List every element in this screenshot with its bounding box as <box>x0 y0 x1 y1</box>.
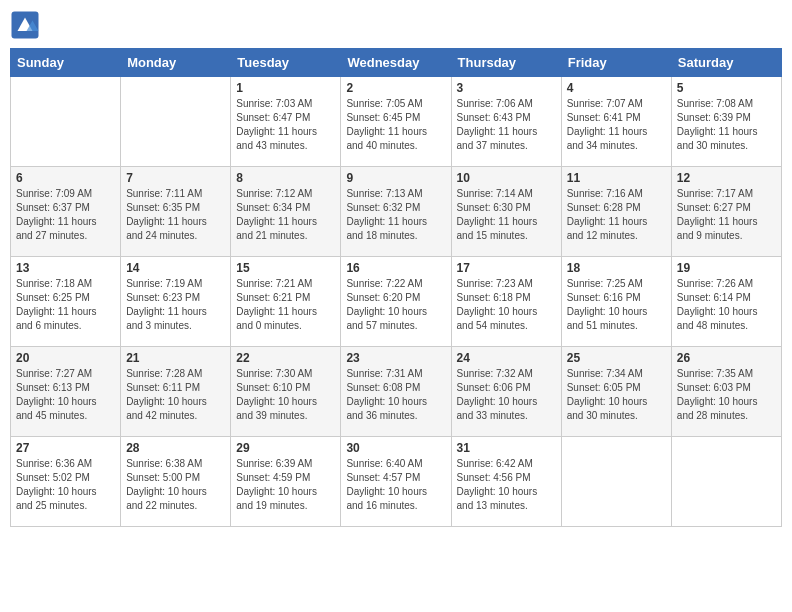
day-number: 29 <box>236 441 335 455</box>
calendar-cell <box>561 437 671 527</box>
calendar-table: SundayMondayTuesdayWednesdayThursdayFrid… <box>10 48 782 527</box>
day-number: 26 <box>677 351 776 365</box>
cell-details: Sunrise: 7:19 AM Sunset: 6:23 PM Dayligh… <box>126 277 225 333</box>
calendar-week-row: 27Sunrise: 6:36 AM Sunset: 5:02 PM Dayli… <box>11 437 782 527</box>
calendar-cell: 4Sunrise: 7:07 AM Sunset: 6:41 PM Daylig… <box>561 77 671 167</box>
day-number: 10 <box>457 171 556 185</box>
calendar-cell <box>671 437 781 527</box>
cell-details: Sunrise: 7:21 AM Sunset: 6:21 PM Dayligh… <box>236 277 335 333</box>
cell-details: Sunrise: 7:17 AM Sunset: 6:27 PM Dayligh… <box>677 187 776 243</box>
calendar-cell: 13Sunrise: 7:18 AM Sunset: 6:25 PM Dayli… <box>11 257 121 347</box>
calendar-cell: 22Sunrise: 7:30 AM Sunset: 6:10 PM Dayli… <box>231 347 341 437</box>
calendar-cell: 15Sunrise: 7:21 AM Sunset: 6:21 PM Dayli… <box>231 257 341 347</box>
calendar-cell: 3Sunrise: 7:06 AM Sunset: 6:43 PM Daylig… <box>451 77 561 167</box>
day-number: 27 <box>16 441 115 455</box>
calendar-cell: 5Sunrise: 7:08 AM Sunset: 6:39 PM Daylig… <box>671 77 781 167</box>
page-header <box>10 10 782 40</box>
calendar-cell: 27Sunrise: 6:36 AM Sunset: 5:02 PM Dayli… <box>11 437 121 527</box>
calendar-cell: 24Sunrise: 7:32 AM Sunset: 6:06 PM Dayli… <box>451 347 561 437</box>
cell-details: Sunrise: 7:18 AM Sunset: 6:25 PM Dayligh… <box>16 277 115 333</box>
col-header-wednesday: Wednesday <box>341 49 451 77</box>
calendar-cell: 17Sunrise: 7:23 AM Sunset: 6:18 PM Dayli… <box>451 257 561 347</box>
calendar-cell: 14Sunrise: 7:19 AM Sunset: 6:23 PM Dayli… <box>121 257 231 347</box>
col-header-tuesday: Tuesday <box>231 49 341 77</box>
day-number: 19 <box>677 261 776 275</box>
cell-details: Sunrise: 6:36 AM Sunset: 5:02 PM Dayligh… <box>16 457 115 513</box>
cell-details: Sunrise: 7:25 AM Sunset: 6:16 PM Dayligh… <box>567 277 666 333</box>
calendar-cell: 16Sunrise: 7:22 AM Sunset: 6:20 PM Dayli… <box>341 257 451 347</box>
cell-details: Sunrise: 7:26 AM Sunset: 6:14 PM Dayligh… <box>677 277 776 333</box>
cell-details: Sunrise: 7:35 AM Sunset: 6:03 PM Dayligh… <box>677 367 776 423</box>
cell-details: Sunrise: 7:08 AM Sunset: 6:39 PM Dayligh… <box>677 97 776 153</box>
logo-icon <box>10 10 40 40</box>
cell-details: Sunrise: 7:31 AM Sunset: 6:08 PM Dayligh… <box>346 367 445 423</box>
day-number: 12 <box>677 171 776 185</box>
day-number: 30 <box>346 441 445 455</box>
cell-details: Sunrise: 7:22 AM Sunset: 6:20 PM Dayligh… <box>346 277 445 333</box>
col-header-monday: Monday <box>121 49 231 77</box>
day-number: 3 <box>457 81 556 95</box>
calendar-cell: 8Sunrise: 7:12 AM Sunset: 6:34 PM Daylig… <box>231 167 341 257</box>
day-number: 22 <box>236 351 335 365</box>
cell-details: Sunrise: 7:13 AM Sunset: 6:32 PM Dayligh… <box>346 187 445 243</box>
cell-details: Sunrise: 7:27 AM Sunset: 6:13 PM Dayligh… <box>16 367 115 423</box>
day-number: 31 <box>457 441 556 455</box>
cell-details: Sunrise: 7:23 AM Sunset: 6:18 PM Dayligh… <box>457 277 556 333</box>
day-number: 25 <box>567 351 666 365</box>
cell-details: Sunrise: 7:12 AM Sunset: 6:34 PM Dayligh… <box>236 187 335 243</box>
day-number: 21 <box>126 351 225 365</box>
day-number: 17 <box>457 261 556 275</box>
cell-details: Sunrise: 7:28 AM Sunset: 6:11 PM Dayligh… <box>126 367 225 423</box>
day-number: 4 <box>567 81 666 95</box>
calendar-cell: 9Sunrise: 7:13 AM Sunset: 6:32 PM Daylig… <box>341 167 451 257</box>
calendar-cell: 1Sunrise: 7:03 AM Sunset: 6:47 PM Daylig… <box>231 77 341 167</box>
calendar-cell: 19Sunrise: 7:26 AM Sunset: 6:14 PM Dayli… <box>671 257 781 347</box>
day-number: 13 <box>16 261 115 275</box>
cell-details: Sunrise: 7:34 AM Sunset: 6:05 PM Dayligh… <box>567 367 666 423</box>
calendar-cell: 2Sunrise: 7:05 AM Sunset: 6:45 PM Daylig… <box>341 77 451 167</box>
cell-details: Sunrise: 7:05 AM Sunset: 6:45 PM Dayligh… <box>346 97 445 153</box>
day-number: 11 <box>567 171 666 185</box>
calendar-cell: 18Sunrise: 7:25 AM Sunset: 6:16 PM Dayli… <box>561 257 671 347</box>
calendar-cell: 10Sunrise: 7:14 AM Sunset: 6:30 PM Dayli… <box>451 167 561 257</box>
calendar-week-row: 1Sunrise: 7:03 AM Sunset: 6:47 PM Daylig… <box>11 77 782 167</box>
day-number: 2 <box>346 81 445 95</box>
day-number: 20 <box>16 351 115 365</box>
day-number: 15 <box>236 261 335 275</box>
day-number: 18 <box>567 261 666 275</box>
calendar-cell: 12Sunrise: 7:17 AM Sunset: 6:27 PM Dayli… <box>671 167 781 257</box>
calendar-cell: 11Sunrise: 7:16 AM Sunset: 6:28 PM Dayli… <box>561 167 671 257</box>
cell-details: Sunrise: 7:07 AM Sunset: 6:41 PM Dayligh… <box>567 97 666 153</box>
calendar-week-row: 20Sunrise: 7:27 AM Sunset: 6:13 PM Dayli… <box>11 347 782 437</box>
cell-details: Sunrise: 7:14 AM Sunset: 6:30 PM Dayligh… <box>457 187 556 243</box>
day-number: 7 <box>126 171 225 185</box>
cell-details: Sunrise: 6:40 AM Sunset: 4:57 PM Dayligh… <box>346 457 445 513</box>
day-number: 24 <box>457 351 556 365</box>
day-number: 1 <box>236 81 335 95</box>
day-number: 5 <box>677 81 776 95</box>
cell-details: Sunrise: 7:06 AM Sunset: 6:43 PM Dayligh… <box>457 97 556 153</box>
calendar-cell: 23Sunrise: 7:31 AM Sunset: 6:08 PM Dayli… <box>341 347 451 437</box>
day-number: 28 <box>126 441 225 455</box>
calendar-cell: 29Sunrise: 6:39 AM Sunset: 4:59 PM Dayli… <box>231 437 341 527</box>
day-number: 9 <box>346 171 445 185</box>
logo <box>10 10 44 40</box>
day-number: 16 <box>346 261 445 275</box>
calendar-cell: 6Sunrise: 7:09 AM Sunset: 6:37 PM Daylig… <box>11 167 121 257</box>
cell-details: Sunrise: 7:03 AM Sunset: 6:47 PM Dayligh… <box>236 97 335 153</box>
col-header-thursday: Thursday <box>451 49 561 77</box>
col-header-friday: Friday <box>561 49 671 77</box>
calendar-cell: 20Sunrise: 7:27 AM Sunset: 6:13 PM Dayli… <box>11 347 121 437</box>
calendar-cell: 25Sunrise: 7:34 AM Sunset: 6:05 PM Dayli… <box>561 347 671 437</box>
cell-details: Sunrise: 7:11 AM Sunset: 6:35 PM Dayligh… <box>126 187 225 243</box>
cell-details: Sunrise: 6:38 AM Sunset: 5:00 PM Dayligh… <box>126 457 225 513</box>
cell-details: Sunrise: 6:42 AM Sunset: 4:56 PM Dayligh… <box>457 457 556 513</box>
calendar-cell: 21Sunrise: 7:28 AM Sunset: 6:11 PM Dayli… <box>121 347 231 437</box>
cell-details: Sunrise: 7:16 AM Sunset: 6:28 PM Dayligh… <box>567 187 666 243</box>
calendar-cell: 28Sunrise: 6:38 AM Sunset: 5:00 PM Dayli… <box>121 437 231 527</box>
calendar-header-row: SundayMondayTuesdayWednesdayThursdayFrid… <box>11 49 782 77</box>
day-number: 6 <box>16 171 115 185</box>
calendar-cell: 7Sunrise: 7:11 AM Sunset: 6:35 PM Daylig… <box>121 167 231 257</box>
cell-details: Sunrise: 7:30 AM Sunset: 6:10 PM Dayligh… <box>236 367 335 423</box>
cell-details: Sunrise: 7:32 AM Sunset: 6:06 PM Dayligh… <box>457 367 556 423</box>
